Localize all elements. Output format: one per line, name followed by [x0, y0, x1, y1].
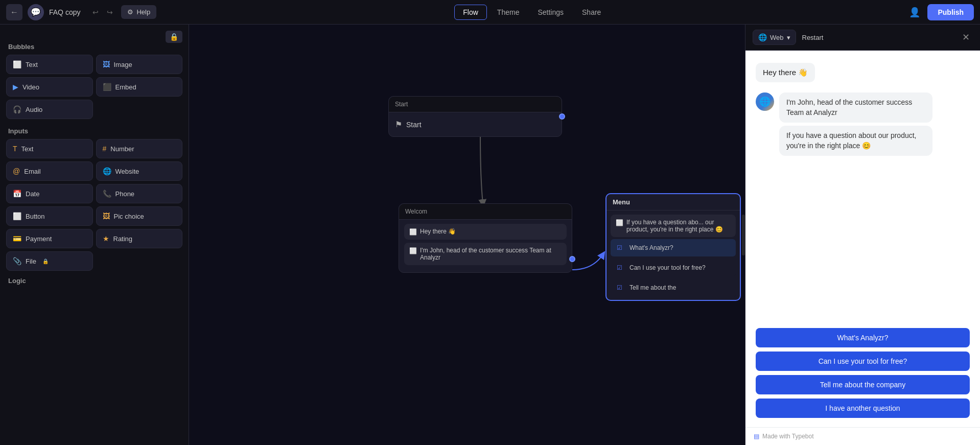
bubble-audio-label: Audio [26, 106, 42, 113]
lock-button[interactable]: 🔒 [166, 31, 182, 43]
input-picchoice[interactable]: 🖼 Pic choice [96, 206, 183, 226]
input-picchoice-label: Pic choice [114, 213, 144, 220]
chat-preview: Hey there 👋 🌐 I'm John, head of the cust… [745, 51, 980, 445]
file-icon: 📎 [13, 257, 21, 265]
tab-share[interactable]: Share [574, 5, 609, 19]
menu-node[interactable]: Menu ⬜ If you have a question abo... our… [605, 193, 741, 301]
back-button[interactable]: ← [6, 4, 22, 20]
tab-flow[interactable]: Flow [454, 5, 487, 20]
bubble-embed[interactable]: ⬛ Embed [96, 77, 183, 97]
chevron-down-icon: ▾ [787, 34, 790, 41]
inputs-section-title: Inputs [8, 127, 182, 135]
bubble-image-label: Image [114, 61, 132, 68]
menu-item-1-text: What's Analyzr? [629, 244, 673, 251]
bubble-image[interactable]: 🖼 Image [96, 55, 183, 74]
input-date[interactable]: 📅 Date [6, 184, 93, 203]
chat-bubble-1-text: I'm John, head of the customer success T… [786, 98, 912, 116]
right-panel: 🌐 Web ▾ Restart ✕ Hey there 👋 🌐 [745, 25, 980, 445]
input-website[interactable]: 🌐 Website [96, 161, 183, 181]
input-email[interactable]: @ Email [6, 161, 93, 181]
date-icon: 📅 [13, 190, 21, 198]
flag-icon: ⚑ [395, 120, 402, 129]
restart-button[interactable]: Restart [802, 34, 824, 41]
input-button-label: Button [26, 213, 45, 220]
chat-footer-text: Made with Typebot [762, 433, 814, 440]
bubble-text-label: Text [26, 61, 38, 68]
checkbox-icon-2: ☑ [617, 264, 622, 271]
start-node-connector [559, 113, 565, 120]
chat-bot-row: 🌐 I'm John, head of the customer success… [756, 92, 970, 156]
typebot-footer-icon: ▤ [754, 433, 759, 440]
bubble-video[interactable]: ▶ Video [6, 77, 93, 97]
audio-icon: 🎧 [13, 105, 21, 113]
input-button[interactable]: ⬜ Button [6, 206, 93, 226]
input-rating-label: Rating [113, 235, 133, 243]
welcome-bubble-1: ⬜ Hey there 👋 [404, 224, 567, 240]
bubble-video-label: Video [22, 83, 39, 91]
menu-item-3[interactable]: ☑ Tell me about the [611, 279, 736, 298]
chat-footer: ▤ Made with Typebot [745, 427, 980, 445]
input-phone[interactable]: 📞 Phone [96, 184, 183, 203]
input-file-label: File [26, 257, 36, 265]
welcome-bubble-2-text: I'm John, head of the customer success T… [420, 247, 562, 261]
bubble-icon-1: ⬜ [409, 228, 417, 236]
bubbles-section-title: Bubbles [8, 43, 182, 51]
input-rating[interactable]: ★ Rating [96, 229, 183, 248]
start-node-header: Start [389, 97, 562, 112]
undo-button[interactable]: ↩ [89, 6, 102, 18]
publish-button[interactable]: Publish [927, 4, 974, 20]
globe-icon: 🌐 [758, 33, 767, 41]
picchoice-icon: 🖼 [103, 212, 110, 220]
topbar: ← 💬 FAQ copy ↩ ↪ ⚙ Help Flow Theme Setti… [0, 0, 980, 25]
menu-item-2[interactable]: ☑ Can I use your tool for free? [611, 259, 736, 277]
chat-greeting-row: Hey there 👋 [756, 63, 970, 87]
action-btn-4[interactable]: I have another question [756, 399, 970, 418]
menu-node-header: Menu [606, 194, 740, 210]
share-icon-button[interactable]: 👤 [907, 5, 922, 20]
tab-theme[interactable]: Theme [489, 5, 528, 19]
menu-text-item: ⬜ If you have a question abo... our prod… [611, 215, 736, 237]
greeting-text: Hey there 👋 [763, 68, 808, 77]
input-number-label: Number [110, 145, 134, 153]
action-btn-2[interactable]: Can I use your tool for free? [756, 352, 970, 371]
undo-redo-group: ↩ ↪ [89, 6, 116, 18]
embed-icon: ⬛ [103, 83, 111, 91]
input-payment[interactable]: 💳 Payment [6, 229, 93, 248]
welcome-node-header: Welcom [399, 204, 572, 220]
chat-bubble-1: I'm John, head of the customer success T… [779, 92, 932, 123]
phone-icon: 📞 [103, 190, 111, 198]
chat-avatar: 🌐 [756, 92, 774, 111]
input-email-label: Email [24, 168, 41, 175]
tab-settings[interactable]: Settings [529, 5, 572, 19]
right-actions: 👤 Publish [907, 4, 974, 20]
number-icon: # [103, 145, 107, 153]
welcome-bubble-1-text: Hey there 👋 [420, 228, 456, 235]
chat-greeting: Hey there 👋 [756, 63, 815, 82]
canvas[interactable]: Start ⚑ Start Welcom ⬜ Hey there 👋 ⬜ I'm… [189, 25, 745, 445]
input-text-icon: T [13, 145, 17, 153]
welcome-node[interactable]: Welcom ⬜ Hey there 👋 ⬜ I'm John, head of… [399, 203, 572, 273]
web-select-dropdown[interactable]: 🌐 Web ▾ [753, 30, 796, 45]
action-btn-1[interactable]: What's Analyzr? [756, 328, 970, 347]
redo-button[interactable]: ↪ [104, 6, 116, 18]
input-text[interactable]: T Text [6, 139, 93, 158]
bubble-audio[interactable]: 🎧 Audio [6, 100, 93, 119]
action-btn-3[interactable]: Tell me about the company [756, 375, 970, 394]
image-icon: 🖼 [103, 60, 110, 68]
menu-item-1[interactable]: ☑ What's Analyzr? [611, 239, 736, 257]
input-date-label: Date [26, 190, 39, 198]
bubble-text[interactable]: ⬜ Text [6, 55, 93, 74]
help-label: Help [136, 8, 150, 16]
input-payment-label: Payment [26, 235, 52, 243]
project-name: FAQ copy [49, 8, 80, 16]
help-button[interactable]: ⚙ Help [121, 5, 156, 19]
input-phone-label: Phone [115, 190, 135, 198]
help-icon: ⚙ [127, 8, 133, 16]
menu-item-3-text: Tell me about the [629, 284, 676, 291]
payment-icon: 💳 [13, 235, 21, 243]
start-node[interactable]: Start ⚑ Start [388, 96, 562, 137]
input-file[interactable]: 📎 File 🔒 [6, 251, 93, 271]
input-number[interactable]: # Number [96, 139, 183, 158]
close-panel-button[interactable]: ✕ [959, 31, 973, 44]
welcome-node-connector-right [569, 256, 575, 262]
